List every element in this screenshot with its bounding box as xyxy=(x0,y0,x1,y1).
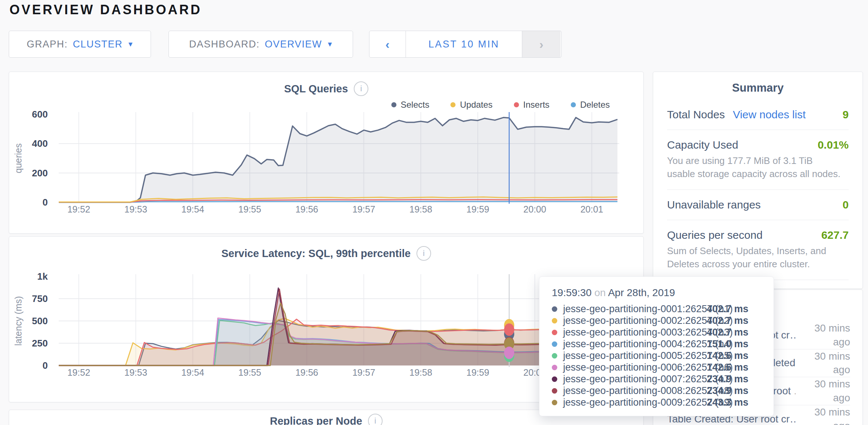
tooltip-node-name: jesse-geo-partitioning-0001:26257 (n1) xyxy=(563,303,707,315)
svg-text:19:57: 19:57 xyxy=(352,204,375,214)
event-time: 30 mins ago xyxy=(795,405,850,425)
tooltip-node-value: 142.6 ms xyxy=(707,350,748,361)
node-dot-icon xyxy=(552,341,557,347)
svg-text:queries: queries xyxy=(13,143,23,173)
page-title: OVERVIEW DASHBOARD xyxy=(9,2,202,18)
total-nodes-value: 9 xyxy=(842,108,849,121)
dashboard-dropdown[interactable]: DASHBOARD: OVERVIEW ▾ xyxy=(168,31,353,58)
summary-card: Summary Total Nodes View nodes list 9 Ca… xyxy=(653,72,863,289)
graph-dropdown[interactable]: GRAPH: CLUSTER ▾ xyxy=(9,31,151,58)
node-dot-icon xyxy=(552,330,557,335)
svg-text:19:56: 19:56 xyxy=(295,367,318,378)
svg-text:19:59: 19:59 xyxy=(466,204,489,214)
sql-queries-card: SQL Queries i Selects Updates Inserts De… xyxy=(9,72,644,234)
qps-subtext: Sum of Selects, Updates, Inserts, and De… xyxy=(667,244,842,271)
summary-title: Summary xyxy=(667,81,849,95)
tooltip-row: jesse-geo-partitioning-0007:26257 (n7) 2… xyxy=(552,373,761,385)
event-time: 30 mins ago xyxy=(795,349,850,377)
svg-text:19:53: 19:53 xyxy=(124,204,147,214)
qps-label: Queries per second xyxy=(667,229,763,241)
time-range-selector: ‹ LAST 10 MIN › xyxy=(369,31,562,58)
capacity-label: Capacity Used xyxy=(667,139,738,151)
tooltip-node-name: jesse-geo-partitioning-0005:26257 (n5) xyxy=(563,350,707,361)
chevron-down-icon: ▾ xyxy=(328,39,333,49)
svg-text:19:52: 19:52 xyxy=(67,367,90,378)
tooltip-node-value: 142.6 ms xyxy=(707,362,748,373)
graph-dropdown-label: GRAPH: xyxy=(27,39,68,50)
tooltip-node-name: jesse-geo-partitioning-0007:26257 (n7) xyxy=(563,374,707,385)
svg-text:19:55: 19:55 xyxy=(239,204,261,214)
graph-dropdown-value: CLUSTER xyxy=(73,39,123,50)
summary-row-qps: Queries per second 627.7 Sum of Selects,… xyxy=(667,220,849,280)
view-nodes-list-link[interactable]: View nodes list xyxy=(733,108,806,121)
capacity-value: 0.01% xyxy=(818,139,849,151)
tooltip-timestamp: 19:59:30 on Apr 28th, 2019 xyxy=(552,287,761,299)
tooltip-node-name: jesse-geo-partitioning-0003:26257 (n3) xyxy=(563,327,707,338)
svg-text:19:58: 19:58 xyxy=(410,204,433,214)
tooltip-row: jesse-geo-partitioning-0003:26257 (n3) 4… xyxy=(552,326,761,338)
chart-hover-tooltip: 19:59:30 on Apr 28th, 2019 jesse-geo-par… xyxy=(539,276,774,416)
overview-dashboard-page: { "page": {"title": "OVERVIEW DASHBOARD"… xyxy=(0,0,868,425)
qps-value: 627.7 xyxy=(821,229,849,241)
replicas-title: Replicas per Node xyxy=(270,415,362,425)
svg-text:20:00: 20:00 xyxy=(523,204,546,214)
node-dot-icon xyxy=(552,376,557,382)
tooltip-node-value: 234.9 ms xyxy=(707,385,748,397)
chevron-left-icon: ‹ xyxy=(385,37,390,51)
unavailable-value: 0 xyxy=(842,199,849,211)
svg-text:19:53: 19:53 xyxy=(124,367,147,378)
tooltip-node-value: 234.9 ms xyxy=(707,374,748,385)
node-dot-icon xyxy=(552,365,557,370)
svg-text:0: 0 xyxy=(43,197,48,208)
svg-text:0: 0 xyxy=(43,360,48,371)
svg-text:19:57: 19:57 xyxy=(352,367,375,378)
node-dot-icon xyxy=(552,353,557,359)
summary-row-total-nodes: Total Nodes View nodes list 9 xyxy=(667,100,849,130)
time-range-label[interactable]: LAST 10 MIN xyxy=(406,31,522,57)
node-dot-icon xyxy=(552,388,557,394)
info-icon[interactable]: i xyxy=(368,414,383,425)
tooltip-row: jesse-geo-partitioning-0005:26257 (n5) 1… xyxy=(552,350,761,361)
chevron-down-icon: ▾ xyxy=(128,39,133,49)
svg-text:19:58: 19:58 xyxy=(410,367,433,378)
svg-text:600: 600 xyxy=(32,109,48,120)
node-dot-icon xyxy=(552,306,557,312)
tooltip-node-name: jesse-geo-partitioning-0009:26257 (n9) xyxy=(563,397,707,408)
svg-text:20:01: 20:01 xyxy=(580,204,603,214)
node-dot-icon xyxy=(552,400,557,405)
svg-text:400: 400 xyxy=(32,138,48,149)
svg-text:750: 750 xyxy=(32,293,48,304)
chevron-right-icon: › xyxy=(539,37,543,51)
svg-text:500: 500 xyxy=(32,315,48,326)
capacity-subtext: You are using 177.7 MiB of 3.1 TiB usabl… xyxy=(667,154,842,181)
dashboard-dropdown-value: OVERVIEW xyxy=(265,39,322,50)
summary-row-unavailable: Unavailable ranges 0 xyxy=(667,190,849,220)
svg-text:19:52: 19:52 xyxy=(67,204,90,214)
unavailable-label: Unavailable ranges xyxy=(667,199,761,211)
tooltip-node-value: 402.7 ms xyxy=(707,315,748,326)
tooltip-node-value: 402.7 ms xyxy=(707,327,748,338)
svg-text:19:54: 19:54 xyxy=(181,204,204,214)
tooltip-node-name: jesse-geo-partitioning-0006:26257 (n6) xyxy=(563,362,707,373)
time-range-prev-button[interactable]: ‹ xyxy=(369,31,406,57)
svg-text:1k: 1k xyxy=(37,271,48,282)
dashboard-dropdown-label: DASHBOARD: xyxy=(189,39,260,50)
svg-text:19:56: 19:56 xyxy=(295,204,318,214)
svg-text:19:59: 19:59 xyxy=(466,367,489,378)
summary-row-capacity: Capacity Used 0.01% You are using 177.7 … xyxy=(667,130,849,190)
time-range-next-button[interactable]: › xyxy=(522,31,561,57)
svg-text:19:55: 19:55 xyxy=(239,367,261,378)
svg-text:250: 250 xyxy=(32,338,48,349)
tooltip-rows: jesse-geo-partitioning-0001:26257 (n1) 4… xyxy=(552,303,761,408)
tooltip-node-name: jesse-geo-partitioning-0004:26257 (n4) xyxy=(563,338,707,350)
tooltip-node-value: 151.0 ms xyxy=(707,338,748,350)
svg-text:200: 200 xyxy=(32,168,48,179)
tooltip-node-value: 402.7 ms xyxy=(707,303,748,315)
tooltip-node-name: jesse-geo-partitioning-0002:26257 (n2) xyxy=(563,315,707,326)
total-nodes-label: Total Nodes xyxy=(667,108,725,121)
sql-queries-chart[interactable]: 19:5219:5319:5419:5519:5619:5719:5819:59… xyxy=(9,72,644,236)
event-time: 30 mins ago xyxy=(795,321,850,349)
tooltip-row: jesse-geo-partitioning-0008:26257 (n8) 2… xyxy=(552,385,761,397)
tooltip-node-value: 243.3 ms xyxy=(707,397,748,408)
event-time: 30 mins ago xyxy=(795,377,850,405)
